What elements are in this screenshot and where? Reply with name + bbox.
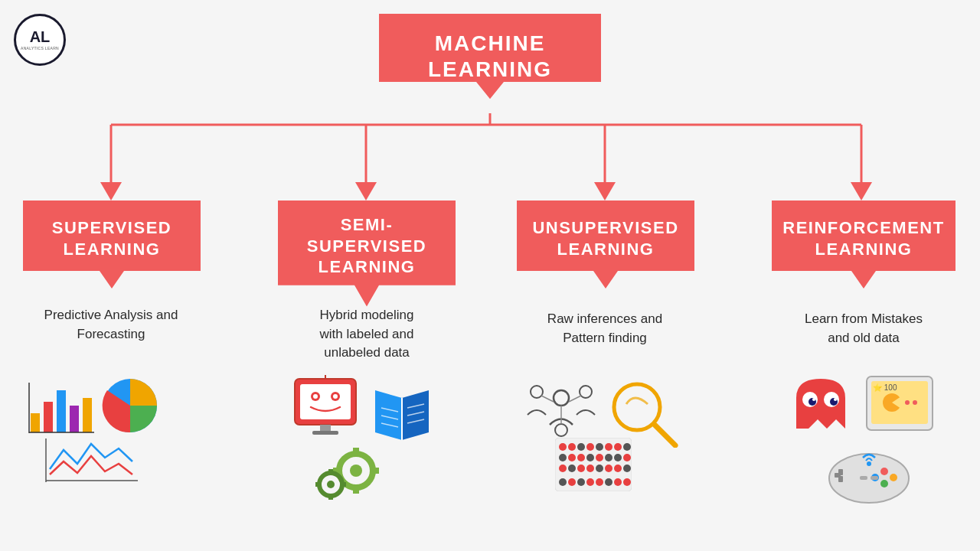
svg-point-68 (559, 454, 567, 461)
svg-point-60 (559, 443, 567, 451)
svg-rect-21 (300, 384, 351, 419)
svg-point-61 (568, 443, 576, 451)
svg-point-81 (605, 465, 612, 472)
svg-point-73 (605, 454, 612, 461)
svg-point-51 (531, 386, 543, 398)
svg-point-78 (577, 465, 585, 472)
logo-initials: AL (30, 29, 51, 44)
svg-rect-14 (83, 398, 92, 432)
svg-point-87 (586, 478, 594, 486)
svg-rect-46 (328, 469, 333, 474)
reinforcement-learning-box: REINFORCEMENTLEARNING (772, 201, 956, 289)
svg-point-109 (890, 474, 897, 481)
line-chart-icon (42, 435, 142, 492)
svg-point-72 (596, 454, 603, 461)
svg-point-53 (555, 424, 567, 436)
svg-point-97 (834, 398, 837, 401)
supervised-title: SUPERVISEDLEARNING (52, 218, 172, 259)
svg-rect-112 (860, 476, 867, 480)
diagram: AL ANALYTICS LEARN MACHINELEARNING SUPER… (0, 0, 980, 551)
search-magnify-icon (605, 375, 681, 448)
semi-supervised-title: SEMI-SUPERVISEDLEARNING (307, 215, 426, 276)
people-network-icon (523, 375, 599, 444)
svg-line-58 (655, 425, 675, 445)
svg-point-71 (586, 454, 594, 461)
logo: AL ANALYTICS LEARN (14, 14, 66, 66)
svg-point-65 (605, 443, 612, 451)
svg-point-77 (568, 465, 576, 472)
svg-point-23 (313, 394, 318, 399)
supervised-learning-box: SUPERVISEDLEARNING (23, 201, 201, 289)
svg-point-70 (577, 454, 585, 461)
svg-point-75 (623, 454, 631, 461)
semi-supervised-learning-box: SEMI-SUPERVISEDLEARNING (278, 201, 456, 307)
svg-rect-40 (353, 486, 359, 494)
semi-supervised-description: Hybrid modelingwith labeled andunlabeled… (278, 306, 456, 363)
svg-point-52 (580, 386, 592, 398)
reinforcement-description: Learn from Mistakesand old data (775, 310, 952, 347)
gamepad-icon (823, 444, 915, 505)
svg-point-114 (867, 461, 871, 466)
svg-point-76 (559, 465, 567, 472)
bar-chart-icon (27, 375, 96, 436)
svg-point-108 (880, 468, 888, 475)
svg-rect-48 (315, 482, 321, 487)
machine-learning-title: MACHINELEARNING (428, 31, 552, 81)
svg-text:⭐ 100: ⭐ 100 (873, 383, 897, 393)
unsupervised-title: UNSUPERVISEDLEARNING (532, 218, 678, 259)
logo-subtitle: ANALYTICS LEARN (21, 46, 59, 51)
svg-rect-39 (353, 448, 359, 455)
svg-rect-11 (44, 402, 53, 432)
svg-rect-27 (312, 431, 338, 435)
svg-point-84 (559, 478, 567, 486)
robot-monitor-icon (291, 375, 360, 444)
ghost-icon (789, 375, 854, 444)
machine-learning-box: MACHINELEARNING (379, 14, 601, 99)
svg-rect-10 (31, 413, 40, 432)
svg-point-64 (596, 443, 603, 451)
svg-point-96 (812, 398, 815, 401)
svg-point-80 (596, 465, 603, 472)
svg-point-82 (614, 465, 622, 472)
pie-chart-icon (100, 375, 161, 436)
svg-point-38 (350, 465, 362, 477)
svg-line-54 (541, 396, 554, 402)
svg-point-86 (577, 478, 585, 486)
svg-rect-12 (57, 390, 66, 432)
supervised-description: Predictive Analysis and Forecasting (19, 306, 203, 344)
svg-rect-47 (328, 494, 333, 500)
svg-marker-7 (355, 182, 377, 201)
svg-point-50 (554, 390, 569, 406)
svg-point-69 (568, 454, 576, 461)
svg-point-102 (913, 400, 917, 405)
svg-marker-8 (594, 182, 616, 201)
svg-marker-9 (851, 182, 872, 201)
svg-rect-49 (341, 482, 346, 487)
svg-point-67 (623, 443, 631, 451)
svg-rect-107 (838, 476, 843, 482)
svg-point-89 (605, 478, 612, 486)
unsupervised-description: Raw inferences andPattern finding (519, 310, 691, 347)
svg-point-25 (333, 394, 338, 399)
svg-rect-113 (871, 476, 878, 480)
svg-point-90 (614, 478, 622, 486)
svg-line-55 (569, 396, 581, 402)
svg-point-85 (568, 478, 576, 486)
unsupervised-learning-box: UNSUPERVISEDLEARNING (517, 201, 694, 289)
svg-point-110 (880, 480, 888, 487)
svg-point-83 (623, 465, 631, 472)
svg-rect-26 (320, 425, 331, 431)
svg-point-101 (905, 400, 910, 405)
svg-rect-42 (371, 468, 379, 474)
game-screen-icon: ⭐ 100 (865, 375, 934, 444)
svg-rect-13 (70, 406, 79, 432)
svg-point-66 (614, 443, 622, 451)
svg-point-88 (596, 478, 603, 486)
gears-icon (314, 440, 398, 501)
svg-point-91 (623, 478, 631, 486)
svg-point-63 (586, 443, 594, 451)
svg-marker-6 (100, 182, 122, 201)
svg-point-45 (327, 481, 335, 488)
binary-data-icon (555, 438, 632, 491)
book-icon (368, 379, 436, 448)
